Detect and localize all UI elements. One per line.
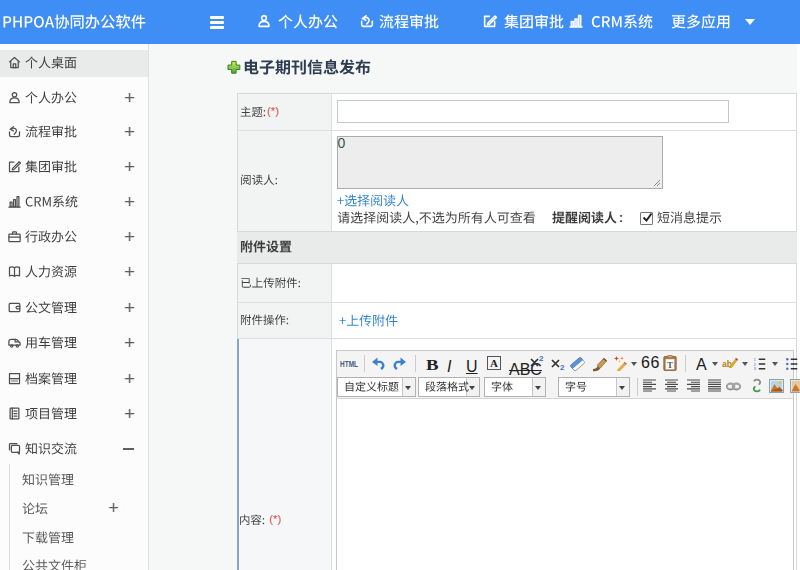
svg-text:3: 3 — [754, 366, 757, 371]
svg-text:T: T — [667, 360, 673, 370]
